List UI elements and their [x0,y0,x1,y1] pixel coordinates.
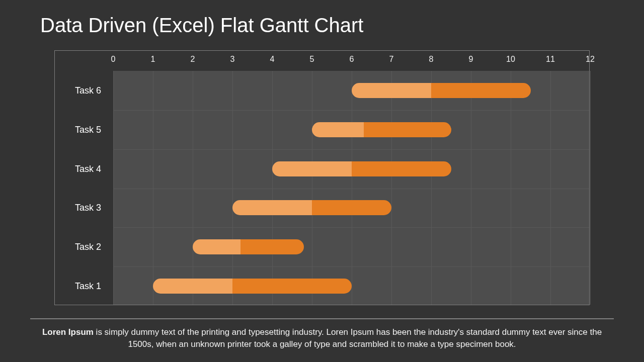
gantt-bar-segment-b [240,239,304,254]
x-tick: 0 [111,55,116,64]
grid-vline [312,71,312,305]
task-label: Task 1 [75,281,113,292]
gantt-bar-segment-a [153,279,232,294]
x-tick: 12 [586,55,595,64]
task-label: Task 5 [75,124,113,135]
gantt-bar [153,279,352,294]
footer-bold: Loren Ipsum [42,327,94,337]
gantt-bar-segment-a [193,239,240,254]
gantt-bar-segment-a [312,122,364,137]
y-axis-labels: Task 6Task 5Task 4Task 3Task 2Task 1 [55,51,113,305]
footer-text: is simply dummy text of the printing and… [94,327,602,348]
footer-caption: Loren Ipsum is simply dummy text of the … [30,318,614,350]
grid-vline [550,71,551,305]
gantt-bar [272,161,451,176]
plot-area: 0123456789101112 [113,51,589,305]
gantt-bar [352,83,531,98]
grid-hline [113,189,589,189]
grid-hline [113,110,589,111]
task-label: Task 4 [75,163,113,174]
x-tick: 11 [546,55,555,64]
grid-hline [113,227,589,228]
gantt-bar-segment-b [431,83,531,98]
gantt-bar-segment-b [312,200,391,215]
grid-vline [511,71,511,305]
gantt-bar-segment-a [232,200,312,215]
x-tick: 5 [310,55,314,64]
grid-vline [471,71,471,305]
gantt-bar-segment-a [352,83,431,98]
x-tick: 4 [270,55,275,64]
x-tick: 2 [191,55,195,64]
grid-vline [113,71,114,305]
x-tick: 3 [230,55,235,64]
gantt-chart: Task 6Task 5Task 4Task 3Task 2Task 1 012… [54,50,590,305]
x-tick: 6 [350,55,354,64]
gantt-bar [232,200,391,215]
x-tick: 1 [151,55,155,64]
gantt-bar-segment-b [232,279,352,294]
grid-vline [232,71,233,305]
x-tick: 10 [506,55,515,64]
grid-area [113,71,589,305]
grid-vline [272,71,273,305]
gantt-bar-segment-b [352,161,451,176]
gantt-bar-segment-b [364,122,451,137]
grid-hline [113,149,589,150]
grid-vline [590,71,591,305]
x-tick: 8 [429,55,434,64]
grid-vline [193,71,193,305]
grid-vline [153,71,153,305]
grid-vline [391,71,392,305]
x-tick: 7 [389,55,394,64]
grid-hline [113,266,589,267]
grid-vline [352,71,352,305]
gantt-bar [312,122,451,137]
x-tick: 9 [469,55,473,64]
gantt-bar [193,239,304,254]
task-label: Task 6 [75,85,113,96]
gantt-bar-segment-a [272,161,352,176]
grid-vline [431,71,432,305]
x-axis-ticks: 0123456789101112 [113,51,589,71]
page-title: Data Driven (Excel) Flat Gantt Chart [40,14,363,37]
task-label: Task 2 [75,242,113,252]
task-label: Task 3 [75,203,113,213]
